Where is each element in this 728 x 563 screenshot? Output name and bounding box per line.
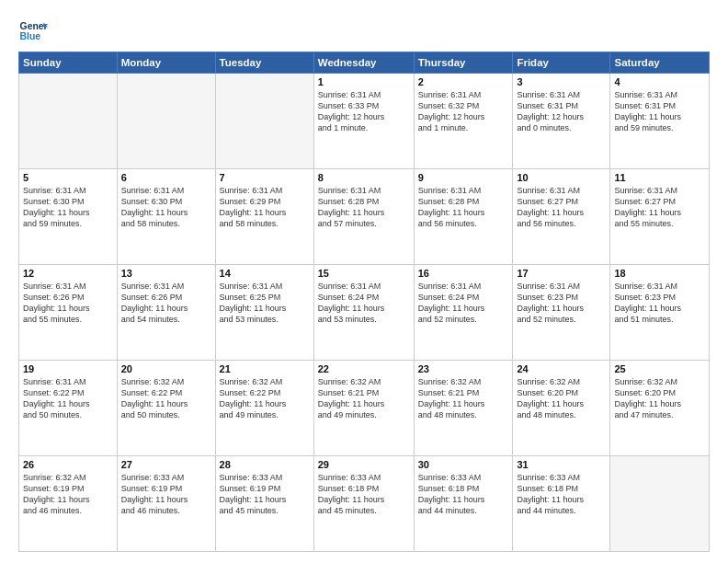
day-info: Sunrise: 6:31 AM Sunset: 6:25 PM Dayligh…	[220, 281, 310, 326]
day-info: Sunrise: 6:31 AM Sunset: 6:29 PM Dayligh…	[220, 185, 310, 230]
calendar-cell: 18Sunrise: 6:31 AM Sunset: 6:23 PM Dayli…	[610, 265, 710, 361]
column-header-sunday: Sunday	[19, 52, 118, 74]
day-number: 6	[121, 172, 211, 183]
calendar-cell: 11Sunrise: 6:31 AM Sunset: 6:27 PM Dayli…	[610, 169, 710, 265]
day-number: 8	[318, 172, 410, 183]
column-header-tuesday: Tuesday	[215, 52, 313, 74]
calendar-cell: 21Sunrise: 6:32 AM Sunset: 6:22 PM Dayli…	[215, 361, 313, 456]
calendar-cell: 3Sunrise: 6:31 AM Sunset: 6:31 PM Daylig…	[513, 74, 610, 169]
day-info: Sunrise: 6:33 AM Sunset: 6:19 PM Dayligh…	[220, 472, 310, 517]
day-info: Sunrise: 6:31 AM Sunset: 6:27 PM Dayligh…	[517, 185, 606, 230]
calendar-cell: 22Sunrise: 6:32 AM Sunset: 6:21 PM Dayli…	[313, 361, 414, 456]
calendar-cell: 23Sunrise: 6:32 AM Sunset: 6:21 PM Dayli…	[414, 361, 513, 456]
calendar-cell: 7Sunrise: 6:31 AM Sunset: 6:29 PM Daylig…	[215, 169, 313, 265]
calendar-cell: 13Sunrise: 6:31 AM Sunset: 6:26 PM Dayli…	[117, 265, 215, 361]
calendar-cell	[117, 74, 215, 169]
page-header: General Blue	[18, 17, 710, 46]
day-info: Sunrise: 6:31 AM Sunset: 6:31 PM Dayligh…	[517, 89, 606, 134]
calendar-cell	[19, 74, 118, 169]
calendar-cell: 31Sunrise: 6:33 AM Sunset: 6:18 PM Dayli…	[513, 456, 610, 552]
logo-icon: General Blue	[18, 17, 48, 46]
day-number: 10	[517, 172, 606, 183]
day-info: Sunrise: 6:31 AM Sunset: 6:28 PM Dayligh…	[418, 185, 509, 230]
day-number: 23	[418, 363, 509, 374]
column-header-thursday: Thursday	[414, 52, 513, 74]
day-info: Sunrise: 6:31 AM Sunset: 6:24 PM Dayligh…	[318, 281, 410, 326]
day-number: 5	[23, 172, 113, 183]
day-info: Sunrise: 6:32 AM Sunset: 6:21 PM Dayligh…	[418, 376, 509, 421]
calendar-cell: 12Sunrise: 6:31 AM Sunset: 6:26 PM Dayli…	[19, 265, 118, 361]
day-info: Sunrise: 6:33 AM Sunset: 6:18 PM Dayligh…	[418, 472, 509, 517]
day-number: 20	[121, 363, 211, 374]
day-number: 3	[517, 76, 606, 87]
calendar-cell: 25Sunrise: 6:32 AM Sunset: 6:20 PM Dayli…	[610, 361, 710, 456]
logo: General Blue	[18, 17, 48, 46]
day-info: Sunrise: 6:31 AM Sunset: 6:30 PM Dayligh…	[23, 185, 113, 230]
day-number: 4	[614, 76, 705, 87]
day-info: Sunrise: 6:32 AM Sunset: 6:22 PM Dayligh…	[220, 376, 310, 421]
day-info: Sunrise: 6:32 AM Sunset: 6:20 PM Dayligh…	[614, 376, 705, 421]
day-info: Sunrise: 6:32 AM Sunset: 6:21 PM Dayligh…	[318, 376, 410, 421]
calendar-week-2: 5Sunrise: 6:31 AM Sunset: 6:30 PM Daylig…	[19, 169, 710, 265]
day-number: 16	[418, 268, 509, 279]
calendar-cell: 26Sunrise: 6:32 AM Sunset: 6:19 PM Dayli…	[19, 456, 118, 552]
day-number: 24	[517, 363, 606, 374]
calendar-cell: 20Sunrise: 6:32 AM Sunset: 6:22 PM Dayli…	[117, 361, 215, 456]
calendar-cell: 10Sunrise: 6:31 AM Sunset: 6:27 PM Dayli…	[513, 169, 610, 265]
day-info: Sunrise: 6:31 AM Sunset: 6:23 PM Dayligh…	[517, 281, 606, 326]
day-number: 28	[220, 459, 310, 470]
day-info: Sunrise: 6:31 AM Sunset: 6:31 PM Dayligh…	[614, 89, 705, 134]
column-header-saturday: Saturday	[610, 52, 710, 74]
day-number: 19	[23, 363, 113, 374]
day-info: Sunrise: 6:31 AM Sunset: 6:22 PM Dayligh…	[23, 376, 113, 421]
calendar-cell: 24Sunrise: 6:32 AM Sunset: 6:20 PM Dayli…	[513, 361, 610, 456]
day-number: 31	[517, 459, 606, 470]
day-info: Sunrise: 6:31 AM Sunset: 6:26 PM Dayligh…	[121, 281, 211, 326]
column-header-monday: Monday	[117, 52, 215, 74]
calendar-cell: 16Sunrise: 6:31 AM Sunset: 6:24 PM Dayli…	[414, 265, 513, 361]
calendar-week-5: 26Sunrise: 6:32 AM Sunset: 6:19 PM Dayli…	[19, 456, 710, 552]
calendar-page: General Blue SundayMondayTuesdayWednesda…	[0, 0, 728, 563]
day-number: 11	[614, 172, 705, 183]
day-info: Sunrise: 6:32 AM Sunset: 6:20 PM Dayligh…	[517, 376, 606, 421]
day-info: Sunrise: 6:31 AM Sunset: 6:28 PM Dayligh…	[318, 185, 410, 230]
calendar-week-4: 19Sunrise: 6:31 AM Sunset: 6:22 PM Dayli…	[19, 361, 710, 456]
day-number: 12	[23, 268, 113, 279]
calendar-header-row: SundayMondayTuesdayWednesdayThursdayFrid…	[19, 52, 710, 74]
calendar-cell: 9Sunrise: 6:31 AM Sunset: 6:28 PM Daylig…	[414, 169, 513, 265]
day-number: 1	[318, 76, 410, 87]
day-number: 21	[220, 363, 310, 374]
day-number: 13	[121, 268, 211, 279]
calendar-cell: 14Sunrise: 6:31 AM Sunset: 6:25 PM Dayli…	[215, 265, 313, 361]
calendar-cell: 6Sunrise: 6:31 AM Sunset: 6:30 PM Daylig…	[117, 169, 215, 265]
calendar-cell: 28Sunrise: 6:33 AM Sunset: 6:19 PM Dayli…	[215, 456, 313, 552]
day-number: 25	[614, 363, 705, 374]
day-number: 9	[418, 172, 509, 183]
calendar-cell: 19Sunrise: 6:31 AM Sunset: 6:22 PM Dayli…	[19, 361, 118, 456]
calendar-table: SundayMondayTuesdayWednesdayThursdayFrid…	[18, 52, 710, 552]
calendar-week-3: 12Sunrise: 6:31 AM Sunset: 6:26 PM Dayli…	[19, 265, 710, 361]
day-info: Sunrise: 6:31 AM Sunset: 6:24 PM Dayligh…	[418, 281, 509, 326]
column-header-wednesday: Wednesday	[313, 52, 414, 74]
calendar-cell	[610, 456, 710, 552]
day-number: 7	[220, 172, 310, 183]
column-header-friday: Friday	[513, 52, 610, 74]
calendar-week-1: 1Sunrise: 6:31 AM Sunset: 6:33 PM Daylig…	[19, 74, 710, 169]
day-number: 2	[418, 76, 509, 87]
svg-text:Blue: Blue	[20, 31, 41, 41]
day-info: Sunrise: 6:31 AM Sunset: 6:30 PM Dayligh…	[121, 185, 211, 230]
day-info: Sunrise: 6:31 AM Sunset: 6:26 PM Dayligh…	[23, 281, 113, 326]
day-number: 18	[614, 268, 705, 279]
day-info: Sunrise: 6:32 AM Sunset: 6:19 PM Dayligh…	[23, 472, 113, 517]
day-number: 17	[517, 268, 606, 279]
calendar-cell: 4Sunrise: 6:31 AM Sunset: 6:31 PM Daylig…	[610, 74, 710, 169]
calendar-cell: 1Sunrise: 6:31 AM Sunset: 6:33 PM Daylig…	[313, 74, 414, 169]
calendar-cell: 30Sunrise: 6:33 AM Sunset: 6:18 PM Dayli…	[414, 456, 513, 552]
calendar-cell: 17Sunrise: 6:31 AM Sunset: 6:23 PM Dayli…	[513, 265, 610, 361]
day-info: Sunrise: 6:31 AM Sunset: 6:27 PM Dayligh…	[614, 185, 705, 230]
calendar-cell: 29Sunrise: 6:33 AM Sunset: 6:18 PM Dayli…	[313, 456, 414, 552]
day-number: 27	[121, 459, 211, 470]
day-number: 15	[318, 268, 410, 279]
calendar-cell: 8Sunrise: 6:31 AM Sunset: 6:28 PM Daylig…	[313, 169, 414, 265]
day-info: Sunrise: 6:31 AM Sunset: 6:33 PM Dayligh…	[318, 89, 410, 134]
